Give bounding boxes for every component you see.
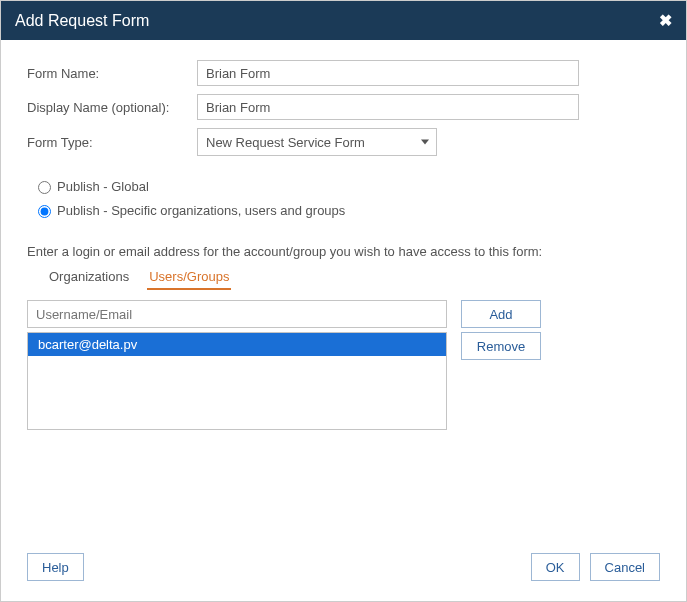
- dialog-title: Add Request Form: [15, 12, 149, 30]
- publish-radio-group: Publish - Global Publish - Specific orga…: [33, 178, 660, 226]
- tabs: Organizations Users/Groups: [47, 265, 660, 290]
- display-name-row: Display Name (optional):: [27, 94, 660, 120]
- publish-specific-label: Publish - Specific organizations, users …: [57, 203, 345, 218]
- users-right-column: Add Remove: [461, 300, 541, 360]
- users-area: bcarter@delta.pv Add Remove: [27, 300, 660, 430]
- user-listbox[interactable]: bcarter@delta.pv: [27, 332, 447, 430]
- form-type-select-wrap: New Request Service Form: [197, 128, 437, 156]
- add-button[interactable]: Add: [461, 300, 541, 328]
- display-name-input[interactable]: [197, 94, 579, 120]
- publish-global-row: Publish - Global: [33, 178, 660, 194]
- username-email-input[interactable]: [27, 300, 447, 328]
- publish-global-label: Publish - Global: [57, 179, 149, 194]
- form-type-select[interactable]: New Request Service Form: [197, 128, 437, 156]
- cancel-button[interactable]: Cancel: [590, 553, 660, 581]
- form-name-input[interactable]: [197, 60, 579, 86]
- tab-users-groups[interactable]: Users/Groups: [147, 265, 231, 290]
- form-name-row: Form Name:: [27, 60, 660, 86]
- dialog: Add Request Form ✖ Form Name: Display Na…: [0, 0, 687, 602]
- form-type-label: Form Type:: [27, 135, 197, 150]
- title-bar: Add Request Form ✖: [1, 1, 686, 40]
- dialog-content: Form Name: Display Name (optional): Form…: [1, 40, 686, 539]
- help-button[interactable]: Help: [27, 553, 84, 581]
- list-item[interactable]: bcarter@delta.pv: [28, 333, 446, 356]
- display-name-label: Display Name (optional):: [27, 100, 197, 115]
- remove-button[interactable]: Remove: [461, 332, 541, 360]
- instruction-text: Enter a login or email address for the a…: [27, 244, 660, 259]
- footer-right: OK Cancel: [531, 553, 660, 581]
- close-icon[interactable]: ✖: [659, 11, 672, 30]
- publish-specific-row: Publish - Specific organizations, users …: [33, 202, 660, 218]
- publish-global-radio[interactable]: [38, 181, 51, 194]
- tab-organizations[interactable]: Organizations: [47, 265, 131, 290]
- form-type-row: Form Type: New Request Service Form: [27, 128, 660, 156]
- ok-button[interactable]: OK: [531, 553, 580, 581]
- dialog-footer: Help OK Cancel: [1, 539, 686, 601]
- users-left-column: bcarter@delta.pv: [27, 300, 447, 430]
- publish-specific-radio[interactable]: [38, 205, 51, 218]
- form-name-label: Form Name:: [27, 66, 197, 81]
